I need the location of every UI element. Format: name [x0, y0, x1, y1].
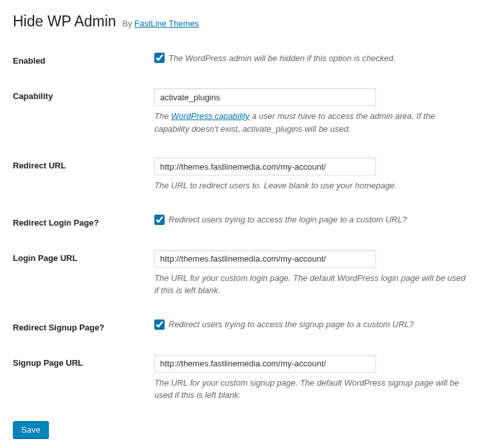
redirect-login-help: Redirect users trying to access the logi…: [168, 215, 407, 224]
capability-label: Capability: [13, 78, 154, 148]
capability-input[interactable]: [154, 88, 376, 106]
save-button[interactable]: Save: [13, 421, 49, 438]
login-page-url-input[interactable]: [154, 250, 376, 268]
redirect-url-description: The URL to redirect users to. Leave blan…: [154, 179, 469, 192]
signup-page-url-label: Signup Page URL: [13, 345, 154, 415]
enabled-label: Enabled: [13, 43, 154, 78]
redirect-login-checkbox[interactable]: [154, 215, 165, 225]
enabled-help: The WordPress admin will be hidden if th…: [168, 53, 395, 63]
redirect-signup-checkbox[interactable]: [154, 319, 165, 330]
redirect-signup-label: Redirect Signup Page?: [13, 310, 154, 345]
redirect-signup-help: Redirect users trying to access the sign…: [168, 319, 414, 329]
page-header: Hide WP Admin By FastLine Themes: [13, 13, 477, 30]
signup-page-url-description: The URL for your custom signup page. The…: [154, 377, 469, 402]
wp-capability-link[interactable]: WordPress capability: [171, 111, 250, 121]
page-title: Hide WP Admin: [13, 13, 116, 30]
redirect-url-input[interactable]: [154, 157, 376, 175]
settings-form: Enabled The WordPress admin will be hidd…: [13, 43, 477, 415]
capability-description: The WordPress capability a user must hav…: [154, 110, 469, 135]
enabled-checkbox[interactable]: [154, 53, 165, 63]
author-link[interactable]: FastLine Themes: [134, 19, 199, 28]
login-page-url-description: The URL for your custom login page. The …: [154, 272, 469, 297]
signup-page-url-input[interactable]: [154, 355, 376, 373]
login-page-url-label: Login Page URL: [13, 240, 154, 310]
page-byline: By FastLine Themes: [122, 19, 199, 28]
redirect-login-label: Redirect Login Page?: [13, 205, 154, 240]
redirect-url-label: Redirect URL: [13, 148, 154, 205]
